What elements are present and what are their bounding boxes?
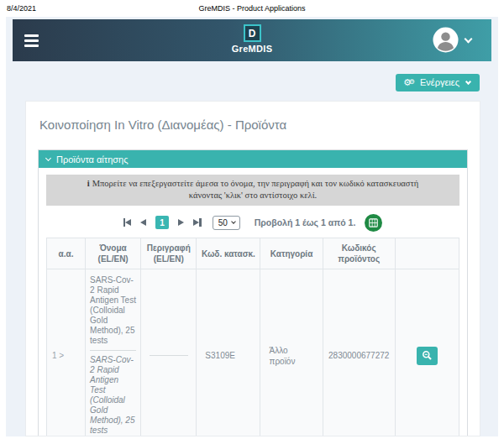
magnifier-icon — [422, 350, 433, 361]
products-panel: Προϊόντα αίτησης iΜπορείτε να επεξεργαστ… — [38, 149, 468, 436]
row-actions-cell — [395, 269, 459, 436]
col-header-manufacturer-code: Κωδ. κατασκ. — [197, 238, 260, 269]
col-header-category: Κατηγορία — [260, 238, 323, 269]
page-size-value: 50 — [218, 218, 228, 227]
row-category-cell: Άλλο προϊόν — [260, 269, 323, 436]
user-menu[interactable] — [433, 27, 471, 53]
panel-title: Προϊόντα αίτησης — [56, 154, 128, 165]
chevron-down-icon — [231, 220, 236, 225]
col-header-index: α.α. — [47, 238, 86, 269]
category-value: Άλλο προϊόν — [269, 345, 304, 367]
panel-header[interactable]: Προϊόντα αίτησης — [39, 150, 467, 168]
info-icon: i — [87, 179, 90, 188]
next-page-button[interactable] — [178, 219, 184, 226]
info-message: iΜπορείτε να επεξεργαστείτε άμεσα το όνο… — [46, 175, 459, 206]
last-page-button[interactable] — [193, 218, 202, 227]
content-card: Κοινοποίηση In Vitro (Διανομέας) - Προϊό… — [25, 101, 480, 436]
col-header-actions — [395, 238, 459, 269]
chevron-down-icon — [465, 78, 471, 84]
pagination-summary: Προβολή 1 έως 1 από 1. — [255, 217, 356, 227]
actions-row: ⚙⚙ Ενέργειες — [6, 61, 498, 91]
prev-page-button[interactable] — [140, 219, 146, 226]
avatar — [433, 27, 459, 53]
divider — [150, 355, 188, 356]
brand: D GreMDIS — [13, 24, 491, 54]
app-background: D GreMDIS ⚙⚙ Ενέργειες Κοινοποίηση In Vi… — [6, 17, 498, 436]
row-manufacturer-code-cell[interactable]: S3109E — [197, 269, 260, 436]
chevron-down-icon — [45, 154, 51, 160]
panel-body: iΜπορείτε να επεξεργαστείτε άμεσα το όνο… — [39, 168, 467, 436]
pagination-bar: 1 50 Προβολή 1 έως 1 από 1. — [46, 212, 459, 233]
row-name-cell[interactable]: SARS-Cov-2 Rapid Antigen Test (Colloidal… — [86, 269, 141, 436]
excel-icon — [369, 218, 378, 227]
page-size-select[interactable]: 50 — [213, 216, 240, 230]
page-title: Κοινοποίηση In Vitro (Διανομέας) - Προϊό… — [39, 118, 468, 132]
row-product-code-cell: 2830000677272 — [323, 269, 395, 436]
app-logo-icon: D — [244, 24, 261, 42]
products-table: α.α. Όνομα (EL/EN) Περιγραφή (EL/EN) Κωδ… — [46, 238, 459, 436]
brand-name: GreMDIS — [232, 44, 273, 54]
name-en: SARS-Cov-2 Rapid Antigen Test (Colloidal… — [90, 355, 136, 436]
view-details-button[interactable] — [417, 347, 438, 365]
col-header-product-code: Κωδικός προϊόντος — [323, 238, 395, 269]
divider — [90, 350, 136, 351]
actions-button[interactable]: ⚙⚙ Ενέργειες — [396, 74, 480, 91]
first-page-button[interactable] — [123, 218, 132, 227]
table-row: 1 > SARS-Cov-2 Rapid Antigen Test (Collo… — [47, 269, 459, 436]
excel-export-button[interactable] — [365, 214, 382, 232]
cogs-icon: ⚙⚙ — [403, 78, 415, 87]
print-header: 8/4/2021 GreMDIS - Product Applications — [0, 0, 504, 17]
row-index-cell[interactable]: 1 > — [47, 269, 86, 436]
name-el: SARS-Cov-2 Rapid Antigen Test (Colloidal… — [90, 275, 136, 346]
col-header-name: Όνομα (EL/EN) — [86, 238, 141, 269]
current-page-button[interactable]: 1 — [155, 216, 169, 229]
navbar: D GreMDIS — [13, 19, 491, 61]
chevron-down-icon — [465, 34, 473, 43]
row-description-cell[interactable] — [141, 269, 197, 436]
info-text: Μπορείτε να επεξεργαστείτε άμεσα το όνομ… — [92, 179, 419, 200]
print-page-title: GreMDIS - Product Applications — [0, 4, 504, 13]
actions-button-label: Ενέργειες — [420, 77, 459, 87]
col-header-description: Περιγραφή (EL/EN) — [141, 238, 197, 269]
table-header-row: α.α. Όνομα (EL/EN) Περιγραφή (EL/EN) Κωδ… — [47, 238, 459, 269]
